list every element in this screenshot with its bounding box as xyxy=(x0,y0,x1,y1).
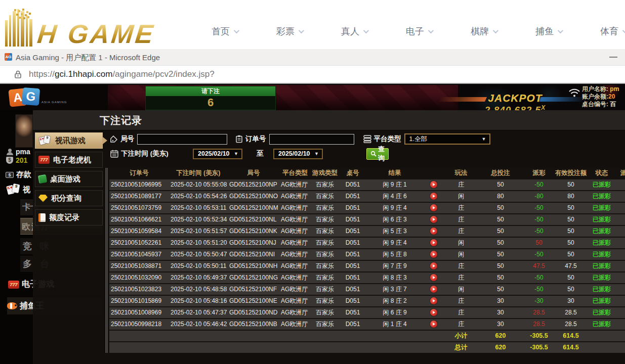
table-cell xyxy=(423,284,444,295)
table-cell xyxy=(616,203,625,213)
table-cell: 百家乐 xyxy=(311,296,339,306)
table-cell: 50 xyxy=(555,249,587,260)
table-row: 2502100509982182025-02-10 05:46:42GD0512… xyxy=(109,318,625,330)
table-cell: 2025-02-10 05:46:42 xyxy=(169,319,228,330)
table-cell: 50 xyxy=(555,203,587,213)
table-row: 2502100510089692025-02-10 05:47:37GD0512… xyxy=(109,306,625,318)
deposit-card-icon: $ xyxy=(6,172,14,178)
table-cell: 250210051066621 xyxy=(109,214,169,225)
menu-item-points-query[interactable]: 积分查询 xyxy=(35,190,103,206)
subtotal-row: 小计620-305.5614.5 xyxy=(109,330,625,341)
column-header: 结果 xyxy=(366,168,423,177)
nav-item-slots[interactable]: 电子 xyxy=(406,25,432,37)
date-to-select[interactable]: 2025/02/10 xyxy=(273,149,323,159)
playing-cards-icon: K♥9 xyxy=(7,184,20,195)
table-cell: 30 xyxy=(478,296,523,306)
chevron-down-icon xyxy=(622,28,625,33)
nav-item-sports[interactable]: 体育 xyxy=(600,25,625,37)
logo-text: H GAME xyxy=(36,22,156,47)
table-cell: 闲 8 庄 3 xyxy=(366,272,423,283)
column-header: 平台类型 xyxy=(279,168,311,177)
table-cell: 2025-02-10 05:48:16 xyxy=(169,296,228,306)
table-cell xyxy=(616,307,625,318)
table-cell: -50 xyxy=(523,284,555,295)
window-title: Asia Gaming - 用户配置 1 - Microsoft Edge xyxy=(16,49,160,66)
play-result-button[interactable] xyxy=(430,228,437,235)
table-cell: 已派彩 xyxy=(587,238,616,248)
play-result-button[interactable] xyxy=(430,286,437,293)
table-cell: 250210051059584 xyxy=(109,226,169,237)
clownfish-icon xyxy=(7,302,17,309)
play-result-button[interactable] xyxy=(430,193,437,200)
table-cell: 闲 9 庄 4 xyxy=(366,203,423,213)
table-cell: D051 xyxy=(339,272,366,283)
menu-label: 电子老虎机 xyxy=(53,155,91,165)
table-row: 2502100510737592025-02-10 05:53:11GD0512… xyxy=(109,202,625,213)
play-result-button[interactable] xyxy=(430,204,437,211)
address-bar[interactable]: https://gci.1hhapi.com/agingame/pcv2/ind… xyxy=(29,66,215,83)
table-cell: 250210051023823 xyxy=(109,284,169,295)
username-label: 用户名称: xyxy=(582,85,608,93)
menu-item-slot-machine[interactable]: 777 电子老虎机 xyxy=(35,152,103,168)
play-result-button[interactable] xyxy=(430,262,437,269)
play-result-button[interactable] xyxy=(430,251,437,258)
column-header: 总投注 xyxy=(478,168,523,177)
round-number-label: 局号 xyxy=(120,134,134,144)
table-cell: 已派彩 xyxy=(587,319,616,330)
video-games-label: 视 xyxy=(23,185,30,195)
table-cell xyxy=(366,331,423,341)
table-cell: 已派彩 xyxy=(587,296,616,306)
table-row: 2502100510595842025-02-10 05:51:57GD0512… xyxy=(109,225,625,237)
nav-item-live[interactable]: 真人 xyxy=(341,25,367,37)
wifi-icon xyxy=(568,87,581,98)
bet-prompt: 请下注 xyxy=(146,86,275,96)
table-cell xyxy=(423,319,444,330)
nav-item-fishing[interactable]: 捕鱼 xyxy=(535,25,562,37)
platform-type-select[interactable]: 1.全部 xyxy=(404,133,490,145)
avatar[interactable] xyxy=(15,114,33,148)
deposit-row[interactable]: $ 存款 xyxy=(6,170,31,179)
table-cell xyxy=(616,249,625,260)
document-icon xyxy=(38,213,46,222)
table-cell: -305.5 xyxy=(523,331,555,341)
menu-item-quota-records[interactable]: 额度记录 xyxy=(35,209,103,225)
nav-item-cards[interactable]: 棋牌 xyxy=(471,25,497,37)
table-cell: 2025-02-10 05:48:58 xyxy=(169,284,228,295)
table-cell xyxy=(423,296,444,306)
chevron-down-icon xyxy=(363,28,369,33)
play-result-button[interactable] xyxy=(430,239,437,246)
round-number-input[interactable] xyxy=(137,134,227,145)
play-result-button[interactable] xyxy=(430,321,437,328)
order-number-input[interactable] xyxy=(269,134,354,145)
table-cell xyxy=(616,261,625,271)
play-result-button[interactable] xyxy=(430,297,437,304)
table-cell xyxy=(423,272,444,283)
table-cell: GD051252100NM xyxy=(228,203,279,213)
table-cell: 250210051008969 xyxy=(109,307,169,318)
search-button[interactable]: 查询 xyxy=(366,148,389,160)
video-games-row[interactable]: K♥9 视 xyxy=(7,184,30,195)
table-cell: 庄 xyxy=(444,307,478,318)
minimize-button[interactable] xyxy=(606,50,620,64)
date-from-select[interactable]: 2025/02/10 xyxy=(193,149,242,159)
playing-cards-icon: K♥9 xyxy=(39,136,51,146)
table-row: 2502100510158692025-02-10 05:48:16GD0512… xyxy=(109,295,625,306)
play-result-button[interactable] xyxy=(430,274,437,281)
table-row: 2502100510666212025-02-10 05:52:34GD0512… xyxy=(109,213,625,225)
menu-item-video-games[interactable]: K♥9 视讯游戏 xyxy=(35,132,103,149)
table-cell: 已派彩 xyxy=(587,261,616,271)
nav-item-home[interactable]: 首页 xyxy=(212,25,238,37)
table-cell xyxy=(616,319,625,330)
menu-item-table-games[interactable]: 桌面游戏 xyxy=(35,171,103,187)
table-cell: 闲 3 庄 7 xyxy=(366,284,423,295)
table-number-value: 百 xyxy=(610,101,616,108)
play-result-button[interactable] xyxy=(430,216,437,223)
table-row: 2502100510459372025-02-10 05:50:47GD0512… xyxy=(109,248,625,260)
table-cell: 614.5 xyxy=(555,331,587,341)
nav-item-lottery[interactable]: 彩票 xyxy=(276,25,303,37)
play-result-button[interactable] xyxy=(430,181,437,188)
table-cell xyxy=(423,191,444,202)
play-result-button[interactable] xyxy=(430,309,437,316)
hh-game-logo[interactable]: H GAME xyxy=(5,8,155,47)
table-cell: GD051252100NI xyxy=(228,249,279,260)
